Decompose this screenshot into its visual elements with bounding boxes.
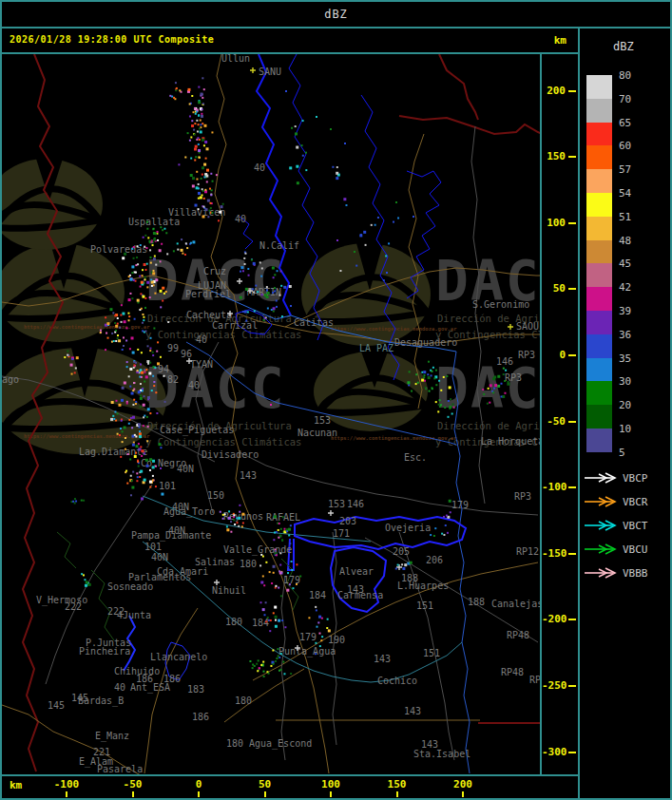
right-tick-label: -50 xyxy=(542,415,566,428)
bottom-tick-label: 0 xyxy=(176,778,221,790)
legend-scale-label: 10 xyxy=(619,423,647,435)
legend-arrow-vbcr: VBCR xyxy=(585,496,648,508)
info-bar: 2026/01/28 19:28:00 UTC Composite km xyxy=(2,29,578,52)
legend-color-swatch xyxy=(586,405,612,429)
right-tick-mark xyxy=(568,288,576,290)
right-tick-label: -100 xyxy=(542,481,566,493)
right-tick-mark xyxy=(568,486,576,488)
legend-scale-label: 65 xyxy=(619,117,647,129)
bottom-tick-mark xyxy=(198,791,200,797)
right-axis-tick: -300 xyxy=(542,746,578,759)
right-tick-label: -300 xyxy=(542,746,566,758)
right-tick-mark xyxy=(568,222,576,224)
right-axis-tick: -50 xyxy=(542,415,578,429)
bottom-tick-label: 200 xyxy=(440,778,486,790)
legend-scale-label: 42 xyxy=(619,281,647,294)
bottom-axis-tick: 0 xyxy=(176,776,221,798)
bottom-axis-tick: 150 xyxy=(374,776,420,798)
right-axis-tick: -250 xyxy=(542,679,578,693)
bottom-tick-mark xyxy=(66,791,67,797)
right-tick-mark xyxy=(568,421,576,423)
timestamp: 2026/01/28 19:28:00 UTC Composite xyxy=(10,34,214,45)
legend-divider xyxy=(578,29,580,800)
bottom-tick-label: 100 xyxy=(308,778,354,790)
bottom-tick-mark xyxy=(330,791,332,797)
legend-color-swatch xyxy=(586,99,612,123)
legend-scale-label: 5 xyxy=(619,447,647,459)
right-tick-mark xyxy=(568,619,576,620)
legend-scale-label: 20 xyxy=(619,399,647,411)
right-tick-mark xyxy=(568,685,576,687)
right-tick-mark xyxy=(568,553,576,555)
bottom-axis-tick: 100 xyxy=(308,776,354,798)
legend-scale-label: 35 xyxy=(619,352,647,365)
legend-scale-label: 54 xyxy=(619,187,647,200)
radar-echoes-canvas xyxy=(2,54,540,774)
legend-scale-label: 36 xyxy=(619,329,647,341)
legend-scale-label: 45 xyxy=(619,257,647,270)
legend-scale-label: 48 xyxy=(619,235,647,247)
right-tick-label: 0 xyxy=(542,349,566,361)
legend-color-swatch xyxy=(586,334,612,358)
legend-title: dBZ xyxy=(613,40,634,53)
legend-arrows: VBCPVBCRVBCTVBCUVBBB xyxy=(581,461,670,622)
bottom-tick-label: -50 xyxy=(110,778,156,790)
legend-color-swatch xyxy=(586,75,612,99)
legend-arrow-label: VBCR xyxy=(623,496,648,508)
right-tick-label: 150 xyxy=(542,150,566,162)
bottom-axis-tick: 50 xyxy=(242,776,288,798)
radar-map: DACCDirección de Agriculturay Contingenc… xyxy=(2,54,540,774)
page-title: dBZ xyxy=(0,8,672,21)
right-tick-label: 100 xyxy=(542,217,566,229)
legend-color-swatch xyxy=(586,217,612,240)
right-tick-mark xyxy=(568,354,576,356)
legend-scale-label: 30 xyxy=(619,375,647,388)
right-tick-mark xyxy=(568,90,576,92)
bottom-tick-mark xyxy=(462,791,464,797)
right-axis: 200150100500-50-100-150-200-250-300 xyxy=(542,54,578,774)
radar-app-window: dBZ 2026/01/28 19:28:00 UTC Composite km… xyxy=(0,0,672,800)
legend-color-swatch xyxy=(586,311,612,334)
frame-top xyxy=(0,0,672,2)
right-tick-mark xyxy=(568,752,576,753)
right-axis-tick: 50 xyxy=(542,282,578,295)
bottom-axis-unit: km xyxy=(10,779,22,791)
bottom-tick-mark xyxy=(132,791,134,797)
right-axis-tick: -200 xyxy=(542,613,578,626)
right-tick-label: 50 xyxy=(542,282,566,295)
legend-color-swatch xyxy=(586,193,612,217)
right-axis-tick: -100 xyxy=(542,481,578,494)
legend-panel: dBZ 807065605754514845423936353020105 VB… xyxy=(581,29,670,798)
legend-arrow-vbct: VBCT xyxy=(585,520,648,532)
info-km-unit: km xyxy=(554,34,566,47)
legend-color-swatch xyxy=(586,287,612,311)
legend-arrow-vbcp: VBCP xyxy=(585,472,648,485)
title-bar: dBZ xyxy=(0,0,672,27)
legend-arrow-vbbb: VBBB xyxy=(585,567,648,580)
legend-color-swatch xyxy=(586,123,612,146)
bottom-axis: km -100-50050100150200 xyxy=(2,776,578,798)
right-tick-label: -200 xyxy=(542,613,566,625)
right-axis-tick: 100 xyxy=(542,217,578,230)
right-tick-label: -150 xyxy=(542,547,566,560)
right-tick-mark xyxy=(568,156,576,158)
legend-scale-label: 39 xyxy=(619,305,647,317)
legend-color-swatch xyxy=(586,145,612,169)
legend-scale-label: 57 xyxy=(619,163,647,176)
legend-scale-label: 80 xyxy=(619,69,647,82)
legend-arrow-label: VBCP xyxy=(623,472,648,485)
bottom-tick-label: 150 xyxy=(374,778,420,790)
right-axis-tick: 0 xyxy=(542,349,578,362)
right-axis-tick: 200 xyxy=(542,85,578,98)
legend-color-swatch xyxy=(586,429,612,452)
legend-arrow-vbcu: VBCU xyxy=(585,543,648,556)
legend-arrow-label: VBCT xyxy=(623,520,648,532)
legend-arrow-label: VBBB xyxy=(623,567,648,580)
legend-color-swatch xyxy=(586,263,612,287)
bottom-tick-mark xyxy=(396,791,398,797)
legend-arrow-label: VBCU xyxy=(623,543,648,556)
legend-scale-label: 60 xyxy=(619,140,647,152)
right-tick-label: -250 xyxy=(542,679,566,692)
legend-scale-label: 51 xyxy=(619,211,647,223)
right-axis-tick: 150 xyxy=(542,150,578,163)
